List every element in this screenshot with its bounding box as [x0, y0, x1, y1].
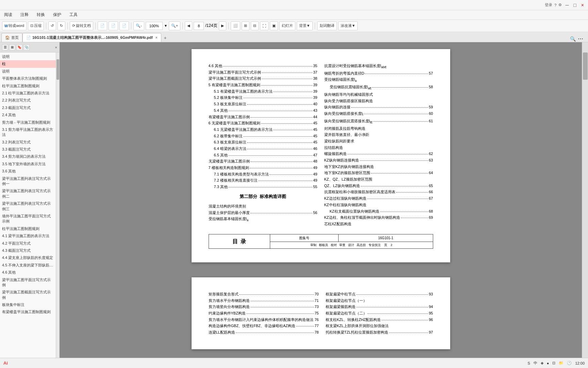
sidebar-item-25[interactable]: 4.5 不伸入支座的梁下部纵筋长度规... [0, 262, 56, 269]
zoom-input[interactable] [146, 22, 163, 30]
sidebar-close-btn[interactable]: × [55, 45, 57, 49]
sidebar-item-27[interactable]: 梁平法施工图平面注写方式示例 [0, 276, 56, 289]
settings-icon[interactable]: ⚙ [558, 3, 562, 7]
login-btn[interactable]: 登录 [545, 2, 552, 7]
background-btn[interactable]: 背景▼ [297, 21, 313, 30]
sidebar-item-10[interactable]: 3.1 剪力墙平法施工图的表示方法 [0, 126, 56, 139]
pdf-icon-red[interactable]: 📄 [98, 21, 107, 30]
fullscreen-btn[interactable]: ⛶ [260, 21, 268, 30]
layout-btn2[interactable]: ⊟ [251, 21, 259, 30]
sidebar-item-5[interactable]: 2.1 柱平法施工图的表示方法 [0, 90, 56, 97]
sidebar-scrollbar-thumb[interactable] [56, 59, 59, 80]
redo-btn[interactable]: ↻ [58, 21, 65, 30]
menu-dots-btn[interactable]: ⋯ [578, 35, 583, 42]
tab-pdf[interactable]: 📄 16G101-1混凝土结构施工图平面整体表示...-160905_6GmPM… [22, 33, 161, 42]
pdf-viewer[interactable]: 4.6 其他 35 梁平法施工图平面注写方式示例 37 梁平法施工图截面注写方式… [60, 42, 582, 358]
toc-entry: 混凝土结构的环境类别 [209, 203, 317, 210]
search-btn[interactable]: 🔍 [570, 36, 576, 42]
menu-protect[interactable]: 保护 [52, 11, 63, 18]
taskbar-icon-3[interactable]: 🕐 [567, 361, 572, 365]
close-btn[interactable]: × [580, 2, 585, 8]
sidebar-item-12[interactable]: 3.3 截面注写方式 [0, 146, 56, 153]
taskbar-icon-2[interactable]: 📁 [559, 361, 564, 365]
sidebar-item-18[interactable]: 梁平法施工图列表注写方式示例三 [0, 200, 56, 213]
sidebar-item-19[interactable]: 墙外平法施工图平面注写方式示例 [0, 213, 56, 225]
sidebar-item-7[interactable]: 2.3 截面注写方式 [0, 104, 56, 111]
sidebar-icon-2[interactable]: ⊞ [9, 44, 15, 50]
taskbar-icon-1[interactable]: ⊡ [552, 361, 555, 365]
sidebar-icon-3[interactable]: 🔖 [16, 44, 22, 50]
sidebar-item-24[interactable]: 4.4 梁支座上部纵筋的长度规定 [0, 254, 56, 261]
next-page-btn[interactable]: ▶ [219, 21, 226, 30]
layout-btn1[interactable]: ⊞ [242, 21, 249, 30]
zoom-in-btn[interactable]: 🔍+ [169, 21, 180, 30]
page-number-input[interactable] [194, 22, 204, 30]
pdf-scrollbar-thumb[interactable] [583, 52, 588, 80]
sidebar-item-20[interactable]: 柱平法施工图制图规则 [0, 225, 56, 232]
status-dot1: ◆ [541, 361, 543, 365]
sidebar-item-1[interactable]: 柱 [0, 60, 56, 67]
sidebar-icon-4[interactable]: 📎 [23, 44, 30, 50]
tab-home[interactable]: 🏠 首页 [1, 33, 22, 42]
sidebar-item-2[interactable]: 说明 [0, 68, 56, 75]
slideshow-btn[interactable]: 幻灯片 [279, 21, 295, 30]
sidebar-item-6[interactable]: 2.2 列表注写方式 [0, 97, 56, 104]
toc-entry-p2: 剪力墙水平分布钢筋构造 71 [209, 297, 319, 304]
sidebar-item-9[interactable]: 剪力墙 - 平法施工图制图规则 [0, 119, 56, 126]
sidebar-item-29[interactable]: 板块集中标注 [0, 301, 56, 308]
toc-entry: 有梁楼盖平法施工图示例 44 [209, 114, 317, 120]
sidebar-item-17[interactable]: 梁平法施工图列表注写方式示例二 [0, 187, 56, 200]
toc-entry-r: 地下室KZ的纵向钢筋连接构造 [324, 164, 433, 170]
sidebar-item-30[interactable]: 有梁楼盖平法施工图制图规则 [0, 308, 56, 316]
status-im-label: 中 [534, 361, 537, 366]
zoom-out-btn[interactable]: 🔍- [133, 21, 144, 30]
sidebar-icon-1[interactable]: ☰ [2, 44, 8, 50]
sidebar-item-21[interactable]: 4.1 梁平法施工图的表示方法 [0, 232, 56, 240]
tab-add-btn[interactable]: + [161, 34, 169, 42]
sep5 [182, 22, 183, 29]
help-btn[interactable]: ? [554, 3, 556, 7]
sidebar-item-16[interactable]: 梁平法施工图列表注写方式示例一 [0, 175, 56, 188]
pdf-icon-b2[interactable]: 📄 [119, 21, 129, 30]
sidebar-item-14[interactable]: 3.5 地下室外墙的表示方法 [0, 160, 56, 168]
maximize-btn[interactable]: □ [572, 2, 577, 8]
sidebar-item-4[interactable]: 柱平法施工图制图规则 [0, 82, 56, 90]
tab-close-btn[interactable]: × [156, 36, 158, 40]
convert-to-word-btn[interactable]: W 转成word [2, 21, 27, 30]
sidebar-item-28[interactable]: 梁平法施工图截面注写方式示例 [0, 289, 56, 301]
word-icon: W [4, 24, 8, 28]
menu-annotate[interactable]: 注释 [19, 11, 30, 18]
rotate-doc-btn[interactable]: ⟳ 旋转文档 [70, 21, 93, 30]
sidebar-item-26[interactable]: 4.6 其他 [0, 269, 56, 276]
main-layout: ☰ ⊞ 🔖 📎 × 说明 柱 说明 平面整体表示方法制图规则 柱平法施工图制图规… [0, 42, 588, 358]
highlight-btn[interactable]: 涂改液▼ [338, 21, 358, 30]
fit-width-btn[interactable]: ⬜ [231, 21, 240, 30]
sep6 [228, 22, 229, 29]
sidebar-item-8[interactable]: 2.4 其他 [0, 111, 56, 119]
translate-btn[interactable]: 划词翻译 [317, 21, 337, 30]
sidebar-item-15[interactable]: 3.6 其他 [0, 168, 56, 175]
thumbnail-btn[interactable]: ▣ [270, 21, 278, 30]
zoom-dropdown-icon[interactable]: ▼ [164, 24, 167, 28]
sidebar-item-0[interactable]: 说明 [0, 53, 56, 60]
toc-entry-r: QZ、LZ纵向钢筋构造 65 [324, 183, 433, 189]
refresh-btn[interactable]: ↺ [48, 21, 56, 30]
sidebar-item-13[interactable]: 3.4 剪力墙洞口的表示方法 [0, 153, 56, 160]
sidebar-item-3[interactable]: 平面整体表示方法制图规则 [0, 75, 56, 82]
menu-tools[interactable]: 工具 [68, 11, 79, 18]
menu-convert[interactable]: 转换 [35, 11, 46, 18]
tab-home-label: 首页 [11, 35, 19, 40]
pdf-icon-b1[interactable]: 📄 [109, 21, 118, 30]
sidebar-item-22[interactable]: 4.2 平面注写方式 [0, 240, 56, 247]
menu-read[interactable]: 阅读 [3, 11, 14, 18]
minimize-btn[interactable]: ─ [564, 2, 570, 8]
pdf-scrollbar[interactable] [582, 42, 588, 358]
sidebar-scrollbar[interactable] [56, 52, 59, 358]
sidebar-item-11[interactable]: 3.2 列表注写方式 [0, 139, 56, 146]
compress-btn[interactable]: ⊡ 压缩 [28, 21, 44, 30]
toc-entry: 梁平法施工图截面注写方式示例 38 [209, 75, 317, 82]
sidebar-item-23[interactable]: 4.3 截面注写方式 [0, 247, 56, 254]
toc-title-cell: 目 录 [209, 234, 270, 248]
toc-entry: 混凝土保护层的最小厚度 56 [209, 210, 317, 216]
prev-page-btn[interactable]: ◀ [185, 21, 192, 30]
